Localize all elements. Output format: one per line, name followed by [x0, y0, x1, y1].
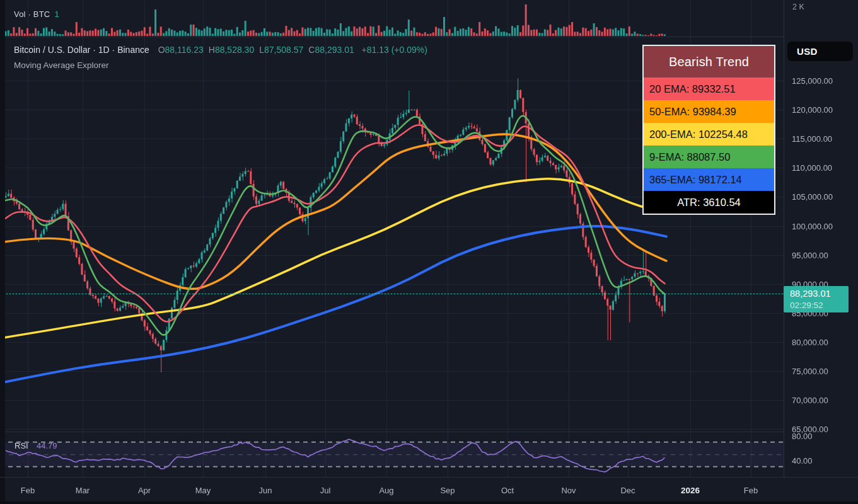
time-axis-label: Dec [620, 486, 635, 495]
currency-button[interactable]: USD [787, 42, 853, 61]
symbol-title[interactable]: Bitcoin / U.S. Dollar · 1D · Binance [14, 45, 149, 55]
price-tick-label: 95,000.00 [792, 251, 828, 260]
time-axis-label: 2026 [681, 486, 700, 495]
last-price-value: 88,293.01 [790, 287, 849, 300]
time-axis-label: Feb [744, 486, 758, 495]
indicator-title[interactable]: Moving Average Explorer [14, 60, 109, 70]
window-left-edge [0, 0, 5, 504]
price-tick-label: 105,000.00 [792, 192, 833, 202]
price-axis[interactable]: 125,000.00120,000.00115,000.00110,000.00… [784, 0, 858, 477]
volume-label: Vol · BTC [14, 9, 50, 19]
trend-status-box: Bearish Trend 20 EMA: 89332.5150-EMA: 93… [642, 45, 775, 215]
price-tick-label: 120,000.00 [792, 105, 833, 115]
time-axis-label: Sep [440, 486, 455, 495]
change-value: +81.13 (+0.09%) [362, 45, 427, 55]
price-tick-label: 125,000.00 [792, 76, 833, 86]
time-axis-label: Jun [259, 486, 272, 495]
candle-countdown: 02:29:52 [790, 300, 849, 311]
rsi-value: 44.79 [37, 441, 57, 450]
trend-box-row: 50-EMA: 93984.39 [644, 100, 774, 123]
trading-chart-window: { "app": { "bg": "#151a25", "grid": "#20… [0, 0, 858, 504]
trend-box-row: 365-EMA: 98172.14 [644, 168, 774, 191]
rsi-label[interactable]: RSI [14, 441, 28, 450]
last-price-badge[interactable]: 88,293.01 02:29:52 [784, 286, 849, 312]
time-axis-label: Feb [21, 486, 35, 495]
trend-box-row: ATR: 3610.54 [644, 191, 774, 214]
ohlc-key: O [158, 45, 165, 55]
ohlc-key: C [308, 45, 315, 55]
trend-status-title: Bearish Trend [644, 46, 774, 77]
rsi-tick-label: 80.00 [792, 432, 813, 441]
time-axis[interactable]: FebMarAprMayJunJulAugSepOctNovDec2026Feb [0, 477, 858, 504]
time-axis-label: Aug [379, 486, 393, 495]
window-bottom-edge [0, 501, 858, 504]
time-axis-label: Mar [76, 486, 90, 495]
ohlc-value: 87,508.57 [264, 45, 303, 55]
time-axis-label: Jul [320, 486, 331, 495]
time-axis-label: May [195, 486, 211, 495]
price-tick-label: 70,000.00 [792, 396, 828, 405]
trend-box-row: 9-EMA: 88087.50 [644, 146, 774, 168]
ohlc-value: 88,528.30 [215, 45, 254, 55]
price-tick-label: 110,000.00 [792, 163, 832, 173]
ohlc-key: H [209, 45, 215, 55]
volume-ma-value: 1 [54, 9, 59, 19]
price-tick-label: 115,000.00 [792, 134, 832, 144]
ohlc-value: 88,116.23 [165, 45, 204, 55]
ohlc-key: L [259, 45, 264, 55]
time-axis-label: Nov [561, 486, 576, 495]
ohlc-value: 88,293.01 [315, 45, 354, 55]
ohlc-values: O88,116.23H88,528.30L87,508.57C88,293.01 [158, 45, 359, 55]
time-axis-label: Oct [501, 486, 514, 495]
price-tick-label: 75,000.00 [792, 367, 828, 376]
price-tick-label: 100,000.00 [792, 222, 833, 231]
rsi-tick-label: 40.00 [792, 456, 813, 466]
trend-box-row: 200-EMA: 102254.48 [644, 123, 774, 146]
time-axis-label: Apr [138, 486, 151, 495]
price-tick-label: 80,000.00 [792, 338, 828, 347]
symbol-legend-row[interactable]: Bitcoin / U.S. Dollar · 1D · Binance O88… [14, 45, 427, 55]
volume-pane-legend[interactable]: Vol · BTC1 [14, 9, 59, 19]
trend-box-row: 20 EMA: 89332.51 [644, 77, 774, 100]
